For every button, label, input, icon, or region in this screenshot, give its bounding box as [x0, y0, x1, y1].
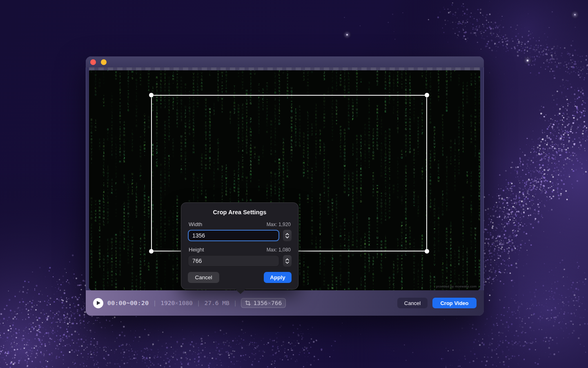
time-range: 00:00~00:20: [107, 300, 149, 306]
separator: |: [153, 300, 157, 306]
crop-handle-top-left[interactable]: [149, 93, 154, 97]
crop-handle-bottom-right[interactable]: [425, 249, 429, 254]
filmstrip-ruler: [89, 67, 480, 70]
width-stepper[interactable]: [283, 230, 292, 241]
stepper-down-icon: [285, 261, 289, 264]
width-input[interactable]: [188, 230, 279, 241]
video-watermark: provided by moewalls.com: [436, 285, 477, 288]
toolbar-action-group: Cancel Crop Video: [397, 298, 477, 308]
popover-title: Crop Area Settings: [188, 209, 292, 215]
width-input-row: [188, 230, 292, 241]
toolbar-info-group: 00:00~00:20 | 1920×1080 | 27.6 MB | 1356…: [93, 298, 286, 308]
resolution-height: 1080: [178, 300, 193, 306]
crop-width-value: 1356: [253, 300, 267, 306]
stepper-up-icon: [285, 258, 289, 261]
crop-size-text: 1356×766: [253, 300, 282, 306]
width-label: Width: [189, 221, 202, 227]
crop-video-window: provided by moewalls.com 00:00~00:20 | 1…: [86, 56, 484, 316]
desktop: provided by moewalls.com 00:00~00:20 | 1…: [0, 0, 588, 368]
crop-handle-bottom-left[interactable]: [149, 249, 154, 254]
crop-times: ×: [267, 300, 271, 306]
close-window-button[interactable]: [90, 59, 96, 65]
crop-area-settings-popover: Crop Area Settings Width Max: 1,920 Heig…: [181, 202, 298, 289]
play-icon: [97, 301, 100, 305]
crop-icon: [245, 300, 251, 306]
width-max-label: Max: 1,920: [267, 222, 291, 227]
crop-size-chip[interactable]: 1356×766: [241, 298, 286, 308]
stepper-up-icon: [285, 233, 289, 236]
width-field-header: Width Max: 1,920: [189, 221, 291, 227]
height-label: Height: [189, 247, 204, 253]
popover-buttons: Cancel Apply: [188, 272, 292, 283]
height-input-row: [188, 255, 292, 267]
crop-height-value: 766: [271, 300, 282, 306]
window-titlebar[interactable]: [86, 56, 484, 67]
separator: |: [234, 300, 237, 306]
source-resolution: 1920×1080: [160, 300, 193, 306]
stepper-down-icon: [285, 236, 289, 238]
play-button[interactable]: [93, 298, 103, 308]
separator: |: [197, 300, 200, 306]
crop-video-button[interactable]: Crop Video: [432, 298, 477, 308]
height-field-header: Height Max: 1,080: [189, 247, 291, 253]
height-input[interactable]: [188, 255, 279, 267]
minimize-window-button[interactable]: [101, 59, 107, 65]
cancel-button[interactable]: Cancel: [397, 298, 428, 308]
height-stepper[interactable]: [283, 255, 292, 267]
resolution-width: 1920: [160, 300, 175, 306]
popover-cancel-button[interactable]: Cancel: [188, 272, 219, 283]
bottom-toolbar: 00:00~00:20 | 1920×1080 | 27.6 MB | 1356…: [86, 290, 484, 316]
file-size: 27.6 MB: [205, 300, 229, 306]
resolution-times: ×: [175, 300, 178, 306]
popover-apply-button[interactable]: Apply: [264, 272, 292, 283]
crop-handle-top-right[interactable]: [425, 93, 429, 97]
height-max-label: Max: 1,080: [267, 247, 291, 253]
